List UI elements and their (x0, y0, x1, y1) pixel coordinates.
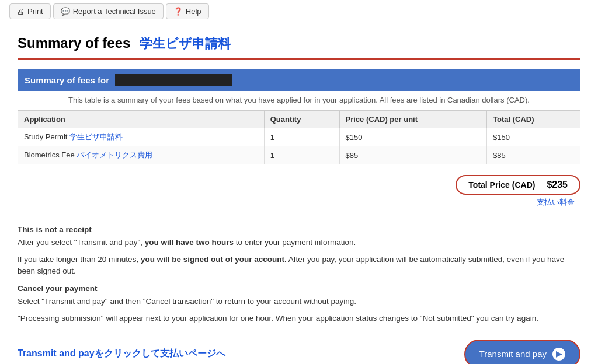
print-button[interactable]: 🖨 Print (9, 4, 51, 19)
help-label: Help (186, 7, 201, 16)
table-row: Biometrics Fee バイオメトリクス費用 1 $85 $85 (18, 146, 580, 164)
not-receipt-p1: After you select "Transmit and pay", you… (18, 237, 580, 249)
fee-table: Application Quantity Price (CAD) per uni… (18, 110, 580, 164)
summary-header: Summary of fees for (18, 69, 580, 91)
total-row: Total Price (CAD) $235 (456, 175, 580, 195)
redacted-name (115, 74, 232, 86)
not-receipt-p2: If you take longer than 20 minutes, you … (18, 254, 580, 278)
cell-quantity: 1 (264, 146, 339, 164)
col-quantity: Quantity (264, 111, 339, 128)
transmit-btn-label: Transmit and pay (479, 349, 547, 359)
total-ja: 支払い料金 (537, 197, 575, 208)
cell-total: $150 (487, 128, 580, 146)
page-title-ja: 学生ビザ申請料 (140, 35, 231, 52)
print-label: Print (27, 7, 43, 16)
cancel-p1: Select "Transmit and pay" and then "Canc… (18, 296, 580, 307)
main-content: Summary of fees 学生ビザ申請料 Summary of fees … (0, 23, 598, 364)
cell-price: $85 (339, 146, 487, 164)
summary-header-text: Summary of fees for (25, 75, 109, 85)
total-amount: $235 (547, 180, 568, 190)
summary-subtitle: This table is a summary of your fees bas… (18, 96, 580, 104)
cell-application-ja: 学生ビザ申請料 (69, 132, 123, 141)
cell-total: $85 (487, 146, 580, 164)
help-button[interactable]: ❓ Help (166, 4, 209, 19)
total-label: Total Price (CAD) (468, 180, 535, 190)
help-icon: ❓ (173, 7, 183, 16)
cell-application-ja: バイオメトリクス費用 (77, 150, 152, 159)
action-row: Transmit and payをクリックして支払いページへ Transmit … (18, 334, 580, 364)
total-area: Total Price (CAD) $235 支払い料金 (18, 169, 580, 215)
cancel-title: Cancel your payment (18, 283, 580, 295)
report-label: Report a Technical Issue (73, 7, 156, 16)
info-section: This is not a receipt After you select "… (18, 224, 580, 324)
cancel-p2: "Processing submission" will appear next… (18, 313, 580, 324)
transmit-arrow-icon: ▶ (552, 348, 565, 360)
cell-price: $150 (339, 128, 487, 146)
print-icon: 🖨 (17, 7, 25, 16)
total-box: Total Price (CAD) $235 (456, 175, 580, 195)
transmit-pay-button[interactable]: Transmit and pay ▶ (464, 340, 580, 364)
page-title-row: Summary of fees 学生ビザ申請料 (18, 35, 580, 52)
col-application: Application (18, 111, 265, 128)
title-divider (18, 58, 580, 60)
action-label-ja: Transmit and payをクリックして支払いページへ (18, 348, 225, 360)
report-icon: 💬 (61, 7, 70, 16)
col-total: Total (CAD) (487, 111, 580, 128)
not-receipt-title: This is not a receipt (18, 224, 580, 236)
page-title: Summary of fees (18, 35, 130, 51)
col-price: Price (CAD) per unit (339, 111, 487, 128)
toolbar: 🖨 Print 💬 Report a Technical Issue ❓ Hel… (0, 0, 598, 23)
cell-application: Biometrics Fee バイオメトリクス費用 (18, 146, 265, 164)
cell-quantity: 1 (264, 128, 339, 146)
report-button[interactable]: 💬 Report a Technical Issue (53, 4, 164, 19)
table-row: Study Permit 学生ビザ申請料 1 $150 $150 (18, 128, 580, 146)
cell-application: Study Permit 学生ビザ申請料 (18, 128, 265, 146)
